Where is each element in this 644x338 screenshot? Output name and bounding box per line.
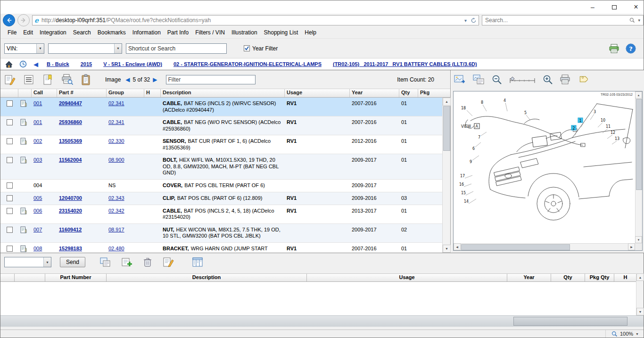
- home-button[interactable]: [5, 61, 13, 68]
- illustration-canvas[interactable]: TR02-105 03/23/2012: [453, 91, 643, 251]
- header-pkg[interactable]: Pkg: [418, 89, 443, 97]
- list-scroll-down-button[interactable]: ▼: [636, 308, 644, 315]
- group-link[interactable]: 02.330: [108, 138, 124, 144]
- callout-15[interactable]: 15: [461, 191, 466, 195]
- header-blank-2[interactable]: [15, 274, 45, 281]
- menu-integration[interactable]: Integration: [36, 28, 70, 37]
- copy-list-button[interactable]: [99, 257, 111, 267]
- export-illustration-button[interactable]: [454, 74, 466, 85]
- zoom-slider[interactable]: [509, 75, 536, 84]
- parts-table-row[interactable]: 004 NS COVER,BAT POS CBL TERM (PART OF 6…: [0, 180, 450, 192]
- document-icon[interactable]: [20, 226, 30, 233]
- illustration-scroll-right-button[interactable]: ▶: [628, 243, 635, 250]
- call-link[interactable]: 008: [33, 246, 42, 251]
- parts-table-row[interactable]: 006 23154020 02.342 CABLE,BAT POS (INCLS…: [0, 205, 450, 224]
- illustration-scroll-up-button[interactable]: ▲: [635, 91, 642, 99]
- callout-17[interactable]: 17: [460, 174, 465, 178]
- group-link[interactable]: 02.480: [108, 246, 124, 251]
- delete-item-button[interactable]: [143, 257, 152, 267]
- call-link[interactable]: 002: [33, 138, 42, 144]
- header-usage[interactable]: Usage: [307, 274, 507, 281]
- illustration-hscroll-thumb[interactable]: [461, 244, 570, 250]
- header-h[interactable]: H: [144, 89, 161, 97]
- breadcrumb-link-3[interactable]: V - 5R1 - Enclave (AWD): [103, 61, 162, 67]
- browser-forward-button[interactable]: [17, 14, 30, 26]
- hotspot-tag-button[interactable]: [578, 74, 588, 85]
- header-year[interactable]: Year: [507, 274, 551, 281]
- search-dropdown-icon[interactable]: ▾: [638, 18, 640, 23]
- header-description[interactable]: Description: [107, 274, 307, 281]
- menu-shopping-list[interactable]: Shopping List: [261, 28, 302, 37]
- part-number-link[interactable]: 25936860: [59, 119, 82, 125]
- header-checkbox-col[interactable]: [0, 89, 18, 97]
- list-view-button[interactable]: [23, 74, 34, 85]
- group-link[interactable]: NS: [108, 182, 116, 188]
- call-link[interactable]: 007: [33, 227, 42, 232]
- header-pkg-qty[interactable]: Pkg Qty: [585, 274, 614, 281]
- callout-9[interactable]: 9: [470, 160, 472, 164]
- illustration-hscrollbar[interactable]: ◀ ▶: [454, 243, 635, 250]
- document-icon[interactable]: [20, 100, 30, 107]
- call-link[interactable]: 004: [33, 182, 42, 188]
- parts-table-row[interactable]: 005 12040700 02.343 CLIP,BAT POS CBL (PA…: [0, 192, 450, 205]
- parts-table-row[interactable]: 007 11609412 08.917 NUT,HEX W/CON WA, M8…: [0, 224, 450, 243]
- address-dropdown-icon[interactable]: ▾: [464, 18, 467, 23]
- illustration-scroll-left-button[interactable]: ◀: [454, 243, 461, 250]
- scroll-down-button[interactable]: ▼: [443, 245, 451, 253]
- header-call[interactable]: Call: [32, 89, 57, 97]
- header-qty[interactable]: Qty: [399, 89, 418, 97]
- row-checkbox[interactable]: [7, 157, 13, 163]
- close-button[interactable]: ×: [632, 3, 640, 11]
- parts-table-row[interactable]: 008 15298183 02.480 BRACKET,WRG HARN GND…: [0, 243, 450, 253]
- part-number-link[interactable]: 11609412: [59, 227, 82, 232]
- bottom-scroll-thumb[interactable]: [513, 317, 627, 326]
- maximize-button[interactable]: [611, 3, 618, 11]
- header-doc-col[interactable]: [18, 89, 32, 97]
- callout-4[interactable]: 4: [504, 99, 506, 103]
- row-checkbox[interactable]: [7, 100, 13, 107]
- print-illustration-button[interactable]: [560, 74, 571, 85]
- callout-13[interactable]: 13: [615, 137, 619, 141]
- menu-information[interactable]: Information: [129, 28, 164, 37]
- header-description[interactable]: Description: [161, 89, 285, 97]
- call-link[interactable]: 001: [33, 100, 42, 106]
- call-link[interactable]: 005: [33, 195, 42, 201]
- illustration-vscroll-thumb[interactable]: [636, 99, 642, 190]
- document-icon[interactable]: [20, 157, 30, 164]
- menu-help[interactable]: Help: [301, 28, 320, 37]
- callout-16[interactable]: 16: [459, 182, 464, 187]
- menu-illustration[interactable]: Illustration: [228, 28, 261, 37]
- zoom-out-button[interactable]: [492, 74, 502, 85]
- document-icon[interactable]: [20, 207, 30, 214]
- browser-search-input[interactable]: [485, 17, 629, 24]
- shopping-list-scrollbar[interactable]: ▲ ▼: [636, 273, 644, 315]
- header-group[interactable]: Group: [107, 89, 144, 97]
- add-item-button[interactable]: [121, 257, 132, 267]
- row-checkbox[interactable]: [7, 138, 13, 144]
- scroll-thumb[interactable]: [443, 106, 450, 151]
- row-checkbox[interactable]: [7, 195, 13, 201]
- year-filter-checkbox[interactable]: [244, 45, 250, 51]
- call-link[interactable]: 003: [33, 157, 42, 163]
- parts-table-row[interactable]: 001 20940447 02.341 CABLE,BAT NEG (INCLS…: [0, 98, 450, 116]
- vin-dropdown[interactable]: VIN: ▼: [4, 43, 44, 54]
- menu-file[interactable]: File: [4, 28, 20, 37]
- callout-1[interactable]: 1: [579, 119, 582, 123]
- part-number-link[interactable]: 23154020: [59, 208, 82, 214]
- row-checkbox[interactable]: [7, 119, 13, 125]
- vin-value-dropdown[interactable]: ▼: [48, 43, 122, 54]
- header-part-number[interactable]: Part #: [57, 89, 107, 97]
- breadcrumb-link-2[interactable]: 2015: [81, 61, 92, 67]
- header-part-number[interactable]: Part Number: [45, 274, 107, 281]
- report-button[interactable]: [192, 257, 203, 267]
- parts-table-scrollbar[interactable]: ▲ ▼: [442, 98, 450, 253]
- menu-filters-vin[interactable]: Filters / VIN: [192, 28, 228, 37]
- next-image-button[interactable]: ▶: [153, 76, 157, 83]
- bottom-scroll-strip[interactable]: [0, 315, 644, 327]
- breadcrumb-link-1[interactable]: B - Buick: [47, 61, 69, 67]
- callout-3[interactable]: 3: [594, 110, 596, 114]
- menu-bookmarks[interactable]: Bookmarks: [94, 28, 129, 37]
- help-button[interactable]: ?: [626, 43, 636, 54]
- document-icon[interactable]: [20, 245, 30, 252]
- parts-table-row[interactable]: 003 11562004 08.900 BOLT,HEX W/FL WA, M1…: [0, 154, 450, 180]
